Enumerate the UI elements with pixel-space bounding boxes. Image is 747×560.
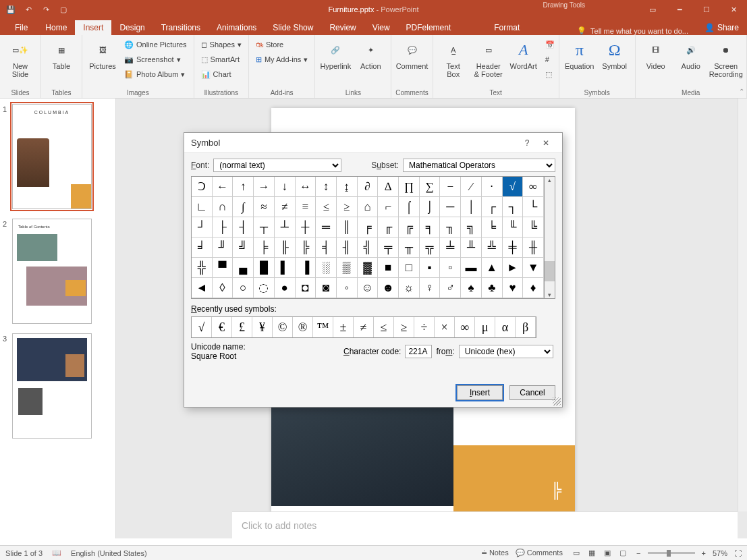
language-status[interactable]: English (United States)	[71, 549, 147, 557]
symbol-cell[interactable]: ≡	[296, 197, 316, 217]
symbol-cell[interactable]: ∞	[523, 177, 544, 197]
tab-home[interactable]: Home	[37, 20, 75, 35]
tab-file[interactable]: File	[5, 20, 37, 35]
recent-symbol-cell[interactable]: ±	[333, 317, 354, 337]
symbol-cell[interactable]: ╔	[399, 217, 420, 237]
slide-position[interactable]: Slide 1 of 3	[5, 549, 43, 557]
symbol-cell[interactable]: ☻	[378, 278, 399, 298]
symbol-cell[interactable]: ∩	[213, 197, 233, 217]
symbol-cell[interactable]: ◦	[337, 278, 358, 298]
symbol-cell[interactable]: ┤	[233, 217, 254, 237]
symbol-cell[interactable]: ▌	[275, 258, 296, 278]
symbol-cell[interactable]: ╞	[254, 237, 275, 258]
dialog-close-icon[interactable]: ✕	[536, 138, 555, 148]
symbol-cell[interactable]: ↑	[233, 177, 254, 197]
hyperlink-button[interactable]: 🔗Hyperlink	[319, 36, 352, 88]
symbol-cell[interactable]: ○	[233, 278, 254, 298]
notes-toggle[interactable]: ≐ Notes	[481, 549, 509, 557]
recent-symbol-cell[interactable]: μ	[475, 317, 495, 337]
object-button[interactable]: ⬚	[543, 67, 555, 81]
recent-symbol-cell[interactable]: €	[212, 317, 232, 337]
symbol-cell[interactable]: █	[254, 258, 275, 278]
table-button[interactable]: ▦ Table	[45, 36, 78, 88]
symbol-cell[interactable]: ╦	[420, 237, 441, 258]
symbol-cell[interactable]: ⌡	[420, 197, 441, 217]
insert-button[interactable]: Insert	[457, 385, 503, 400]
from-select[interactable]: Unicode (hex)	[459, 345, 553, 358]
symbol-cell[interactable]: ↨	[337, 177, 358, 197]
symbol-cell[interactable]: ╣	[358, 237, 379, 258]
symbol-cell[interactable]: ╜	[213, 237, 233, 258]
symbol-cell[interactable]: ╪	[503, 237, 524, 258]
symbol-cell[interactable]: ∆	[378, 177, 399, 197]
slide-thumb-3[interactable]	[12, 333, 92, 439]
recent-symbol-cell[interactable]: ≥	[394, 317, 414, 337]
vertical-scrollbar[interactable]	[738, 99, 747, 511]
recent-symbol-cell[interactable]: ∞	[455, 317, 475, 337]
symbol-cell[interactable]: ■	[378, 258, 399, 278]
shapes-button[interactable]: ◻Shapes ▾	[198, 38, 244, 51]
share-button[interactable]: 👤 Share	[696, 20, 747, 35]
symbol-cell[interactable]: ≈	[254, 197, 275, 217]
recent-symbol-cell[interactable]: £	[232, 317, 252, 337]
symbol-cell[interactable]: ∑	[420, 177, 441, 197]
start-from-beginning-icon[interactable]: ▢	[58, 4, 69, 15]
symbol-cell[interactable]: ⌐	[378, 197, 399, 217]
symbol-cell[interactable]: ☼	[399, 278, 420, 298]
symbol-cell[interactable]: ↕	[316, 177, 337, 197]
symbol-cell[interactable]: ╒	[358, 217, 379, 237]
tab-format[interactable]: Format	[486, 20, 528, 35]
text-box-button[interactable]: A̲Text Box	[437, 36, 470, 88]
symbol-cell[interactable]: →	[254, 177, 275, 197]
recent-symbol-cell[interactable]: ™	[313, 317, 333, 337]
symbol-cell[interactable]: │	[461, 197, 482, 217]
undo-icon[interactable]: ↶	[23, 4, 34, 15]
tab-review[interactable]: Review	[321, 20, 364, 35]
slideshow-view-icon[interactable]: ▢	[616, 548, 630, 559]
symbol-cell[interactable]: ▫	[440, 258, 461, 278]
maximize-icon[interactable]: ☐	[693, 0, 720, 19]
notes-pane[interactable]: Click to add notes	[232, 511, 738, 538]
online-pictures-button[interactable]: 🌐Online Pictures	[121, 38, 190, 51]
slide-thumbnail[interactable]: 3	[3, 333, 113, 439]
symbol-cell[interactable]: ☺	[358, 278, 379, 298]
my-addins-button[interactable]: ⊞My Add-ins ▾	[253, 53, 310, 66]
symbol-cell[interactable]: ◙	[316, 278, 337, 298]
scroll-down-icon[interactable]: ▾	[548, 291, 551, 298]
chart-button[interactable]: 📊Chart	[198, 67, 244, 81]
ribbon-options-icon[interactable]: ▭	[639, 0, 666, 19]
date-time-button[interactable]: 📅	[543, 38, 555, 51]
symbol-cell[interactable]: ═	[316, 217, 337, 237]
screenshot-button[interactable]: 📷Screenshot ▾	[121, 53, 190, 66]
symbol-cell[interactable]: ╛	[192, 237, 213, 258]
symbol-cell[interactable]: ▒	[337, 258, 358, 278]
symbol-cell[interactable]: ▲	[482, 258, 503, 278]
symbol-cell[interactable]: ∕	[461, 177, 482, 197]
resize-grip[interactable]	[553, 397, 561, 405]
symbol-cell[interactable]: ♀	[420, 278, 441, 298]
symbol-cell[interactable]: ╧	[440, 237, 461, 258]
reading-view-icon[interactable]: ▣	[601, 548, 614, 559]
symbol-cell[interactable]: ♥	[503, 278, 524, 298]
scroll-up-icon[interactable]: ▴	[548, 177, 551, 184]
symbol-cell[interactable]: ┴	[275, 217, 296, 237]
tab-slideshow[interactable]: Slide Show	[265, 20, 321, 35]
recent-symbol-cell[interactable]: ≤	[374, 317, 394, 337]
symbol-button[interactable]: ΩSymbol	[599, 36, 631, 88]
new-slide-button[interactable]: ▭✨ New Slide	[4, 36, 36, 88]
wordart-button[interactable]: AWordArt	[507, 36, 540, 88]
symbol-cell[interactable]: ║	[337, 217, 358, 237]
symbol-cell[interactable]: ≥	[337, 197, 358, 217]
slide-thumbnail[interactable]: 2 Table of Contents	[3, 219, 113, 324]
symbol-cell[interactable]: ╝	[233, 237, 254, 258]
symbol-cell[interactable]: ╙	[503, 217, 524, 237]
symbol-cell[interactable]: ▄	[233, 258, 254, 278]
symbol-cell[interactable]: ≤	[316, 197, 337, 217]
recent-symbol-cell[interactable]: √	[192, 317, 212, 337]
zoom-percent[interactable]: 57%	[713, 549, 727, 557]
recent-symbol-cell[interactable]: β	[516, 317, 536, 337]
symbol-cell[interactable]: ┐	[503, 197, 524, 217]
symbol-cell[interactable]: ▓	[358, 258, 379, 278]
slide-thumbnail[interactable]: 1 COLUMBIA	[3, 104, 113, 209]
tab-transitions[interactable]: Transitions	[153, 20, 209, 35]
